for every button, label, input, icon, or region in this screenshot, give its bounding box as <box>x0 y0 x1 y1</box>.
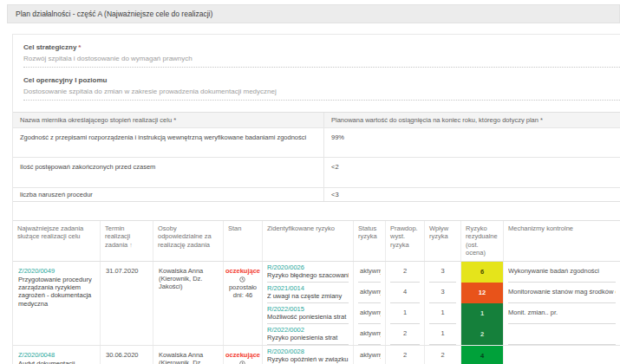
tasks-header-cell[interactable]: Osoby odpowiedzialne za realizację zadan… <box>153 221 224 261</box>
risk-impact-field[interactable]: 3 <box>429 283 456 303</box>
task-state-detail: pozostało dni: 46 <box>225 276 260 300</box>
tasks-header-label: Najważniejsze zadania służące realizacji… <box>17 224 83 240</box>
tasks-table: Najważniejsze zadania służące realizacji… <box>13 220 620 364</box>
tasks-header-cell[interactable]: Wpływ ryzyka <box>425 221 461 261</box>
mechanism-field[interactable]: Monitorowanie stanów mag środków ochr. o… <box>508 283 616 303</box>
task-state: oczekujące <box>225 351 260 359</box>
tasks-header-label: Zidentyfikowane ryzyko <box>267 224 335 232</box>
risk-description: Ryzyko błędnego szacowania <box>267 272 349 280</box>
risk-impact-column: 22 <box>425 346 461 364</box>
task-state-detail: pozostało dni: 15 <box>225 360 260 364</box>
risk-item: R/2022/0002Ryzyko poniesienia strat <box>267 324 349 345</box>
metric-name: Ilość postępowań zakończonych przed czas… <box>13 158 324 187</box>
operational-goal-label: Cel operacyjny I poziomu <box>23 76 620 84</box>
task-row: Z/2020/0048Audyt dokumentacji medycznej3… <box>13 346 620 364</box>
risk-item: R/2021/0014Z uwagi na częste zmiany <box>267 283 349 303</box>
tasks-header-label: Osoby odpowiedzialne za realizację zadan… <box>158 224 212 249</box>
risk-description: Możliwość poniesienia strat <box>267 314 349 322</box>
risk-status-field[interactable]: aktywny <box>358 324 381 345</box>
risk-item: R/2022/0015Możliwość poniesienia strat <box>267 303 349 324</box>
mechanism-field[interactable]: Wykonywanie badań zgodności <box>508 262 616 283</box>
clock-icon <box>239 361 245 364</box>
risk-code-link[interactable]: R/2022/0015 <box>267 305 349 313</box>
mechanisms-column: Monit. zmian.. pr. <box>504 346 620 364</box>
strategic-goal-label-text: Cel strategiczny <box>23 43 76 51</box>
risk-status-field[interactable]: aktywny <box>358 283 381 303</box>
risk-impact-field[interactable]: 1 <box>429 324 456 345</box>
responsible-cell: Kowalska Anna (Kierownik, Dz. Jakości) <box>153 262 224 345</box>
risk-impact-column: 3311 <box>425 262 461 345</box>
mechanism-field[interactable]: Monit. zmian.. pr. <box>508 303 616 324</box>
risk-probability-column: 2412 <box>386 262 425 345</box>
risk-description: Ryzyko opóźnień w związku z <box>267 356 349 364</box>
risk-probability-field[interactable]: 1 <box>390 303 420 324</box>
tasks-header-label: Prawdop. wyst. ryzyka <box>390 224 418 249</box>
tasks-header-label: Termin realizacji zadania <box>105 224 130 249</box>
risk-impact-field[interactable]: 2 <box>429 346 456 364</box>
metrics-header-name: Nazwa miernika określającego stopień rea… <box>13 113 324 127</box>
operational-goal-value: Dostosowanie szpitala do zmian w zakresi… <box>23 84 620 101</box>
risk-item: R/2020/0028Ryzyko opóźnień w związku z <box>267 346 349 364</box>
operational-goal-field: Cel operacyjny I poziomu Dostosowanie sz… <box>13 68 620 101</box>
risk-column: R/2020/0028Ryzyko opóźnień w związku zR/… <box>263 346 354 364</box>
risk-impact-field[interactable]: 3 <box>429 262 456 283</box>
risk-status-column: aktywnyaktywny <box>354 346 386 364</box>
strategic-goal-value: Rozwój szpitala i dostosowanie do wymaga… <box>23 51 620 68</box>
tasks-header-cell[interactable]: Stan <box>224 221 263 261</box>
risk-probability-field[interactable]: 2 <box>390 262 420 283</box>
state-cell: oczekującepozostało dni: 15 <box>224 346 263 364</box>
risk-impact-field[interactable]: 1 <box>429 303 456 324</box>
page-title: Plan działalności - część A (Najważniejs… <box>7 4 620 23</box>
metric-value: <2 <box>324 158 620 187</box>
clock-icon <box>239 276 245 283</box>
risk-status-field[interactable]: aktywny <box>358 303 381 324</box>
risk-code-link[interactable]: R/2020/0026 <box>267 263 349 271</box>
tasks-header-cell[interactable]: Prawdop. wyst. ryzyka <box>386 221 425 261</box>
metric-row: Ilość postępowań zakończonych przed czas… <box>13 158 620 188</box>
risk-probability-field[interactable]: 4 <box>390 283 420 303</box>
risk-probability-field[interactable]: 2 <box>390 324 420 345</box>
metric-row: Zgodność z przepisami rozporządzenia i i… <box>13 128 620 158</box>
task-description: Audyt dokumentacji medycznej <box>18 360 95 364</box>
risk-code-link[interactable]: R/2020/0028 <box>267 348 349 355</box>
metric-name: Zgodność z przepisami rozporządzenia i i… <box>13 128 324 157</box>
residual-risk-score: 6 <box>461 262 503 283</box>
sort-ascending-icon: ↑ <box>129 242 133 248</box>
metric-value: 99% <box>324 128 620 157</box>
tasks-header-cell[interactable]: Termin realizacji zadania↑ <box>101 221 153 261</box>
metrics-table-header: Nazwa miernika określającego stopień rea… <box>13 113 620 128</box>
task-cell: Z/2020/0049Przygotowanie procedury zarzą… <box>13 262 101 345</box>
tasks-header-cell[interactable]: Status ryzyka <box>354 221 386 261</box>
risk-status-field[interactable]: aktywny <box>358 262 381 283</box>
deadline-cell: 31.07.2020 <box>101 262 153 345</box>
risk-status-field[interactable]: aktywny <box>358 346 381 364</box>
task-cell: Z/2020/0048Audyt dokumentacji medycznej <box>13 346 101 364</box>
residual-risk-score: 1 <box>461 303 503 324</box>
risk-probability-field[interactable]: 2 <box>390 346 420 364</box>
tasks-header-label: Status ryzyka <box>358 224 377 240</box>
plan-panel: Cel strategiczny* Rozwój szpitala i dost… <box>12 34 620 364</box>
mechanism-field[interactable] <box>508 324 616 345</box>
metrics-header-value: Planowana wartość do osiągnięcia na koni… <box>324 113 620 127</box>
tasks-table-header: Najważniejsze zadania służące realizacji… <box>13 221 620 262</box>
app: { "title_bar": "Plan działalności - częś… <box>0 0 620 364</box>
risk-code-link[interactable]: R/2021/0014 <box>267 284 349 292</box>
task-row: Z/2020/0049Przygotowanie procedury zarzą… <box>13 262 620 346</box>
risk-code-link[interactable]: R/2022/0002 <box>267 326 349 334</box>
task-code-link[interactable]: Z/2020/0049 <box>18 267 95 275</box>
tasks-header-cell[interactable]: Najważniejsze zadania służące realizacji… <box>13 221 101 261</box>
tasks-header-label: Mechanizmy kontrolne <box>508 224 573 232</box>
task-description: Przygotowanie procedury zarządzania ryzy… <box>18 276 95 309</box>
tasks-header-label: Ryzyko rezydualne (ost. ocena) <box>466 224 498 257</box>
tasks-header-cell[interactable]: Zidentyfikowane ryzyko <box>263 221 354 261</box>
risk-status-column: aktywnyaktywnyaktywnyaktywny <box>354 262 386 345</box>
tasks-header-cell[interactable]: Ryzyko rezydualne (ost. ocena) <box>461 221 504 261</box>
strategic-goal-field: Cel strategiczny* Rozwój szpitala i dost… <box>13 35 620 68</box>
residual-risk-column: 61212 <box>461 262 504 345</box>
task-code-link[interactable]: Z/2020/0048 <box>18 351 95 359</box>
tasks-header-cell[interactable]: Mechanizmy kontrolne <box>504 221 620 261</box>
metric-value: <3 <box>324 188 620 201</box>
mechanism-field[interactable] <box>508 346 616 364</box>
risk-item: R/2020/0026Ryzyko błędnego szacowania <box>267 262 349 283</box>
tasks-header-label: Stan <box>228 224 241 232</box>
